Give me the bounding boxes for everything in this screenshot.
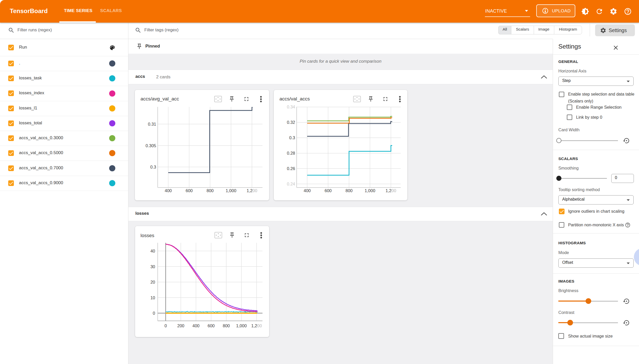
svg-text:30: 30: [151, 264, 155, 269]
svg-text:1,000: 1,000: [226, 188, 236, 193]
svg-text:10: 10: [151, 295, 155, 300]
svg-text:0.28: 0.28: [287, 151, 295, 155]
svg-text:600: 600: [325, 188, 332, 193]
svg-text:0: 0: [164, 323, 167, 328]
svg-text:1,000: 1,000: [236, 323, 247, 328]
svg-text:0.26: 0.26: [287, 166, 295, 171]
svg-text:800: 800: [206, 188, 214, 193]
svg-text:0.305: 0.305: [146, 143, 156, 148]
svg-text:800: 800: [223, 323, 230, 328]
svg-text:800: 800: [345, 188, 353, 193]
svg-text:0: 0: [153, 311, 155, 315]
svg-text:600: 600: [208, 323, 215, 328]
svg-text:1,200: 1,200: [251, 323, 262, 328]
svg-text:1,200: 1,200: [386, 188, 396, 193]
svg-text:600: 600: [186, 188, 193, 193]
svg-text:1,200: 1,200: [247, 188, 257, 193]
svg-text:0.3: 0.3: [289, 135, 295, 140]
svg-text:20: 20: [151, 280, 155, 284]
svg-text:0.34: 0.34: [287, 105, 295, 109]
svg-text:1,000: 1,000: [365, 188, 375, 193]
svg-text:0.3: 0.3: [150, 165, 156, 169]
svg-text:400: 400: [165, 188, 172, 193]
svg-text:0.32: 0.32: [287, 120, 295, 125]
svg-text:400: 400: [192, 323, 200, 328]
svg-text:0.24: 0.24: [287, 182, 295, 186]
svg-text:200: 200: [177, 323, 184, 328]
svg-text:40: 40: [151, 249, 155, 253]
svg-text:400: 400: [304, 188, 311, 193]
svg-text:0.31: 0.31: [148, 122, 156, 126]
